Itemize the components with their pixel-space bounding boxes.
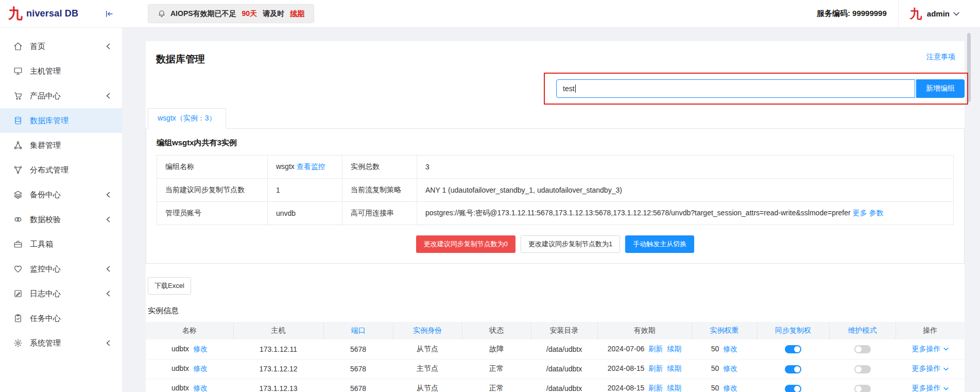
sync-replication-toggle[interactable]: [785, 345, 801, 353]
port-cell: 5678: [323, 359, 393, 379]
sidebar-item-monitoring-center[interactable]: 监控中心: [0, 257, 122, 281]
layers-icon: [13, 190, 23, 199]
edit-weight-link[interactable]: 修改: [723, 384, 737, 392]
sidebar-item-system-management[interactable]: 系统管理: [0, 331, 122, 355]
sidebar-item-home[interactable]: 首页: [0, 34, 122, 59]
info-value-group-name: wsgtx 查看监控: [268, 156, 342, 179]
user-menu-chevron-down-icon[interactable]: [953, 12, 959, 16]
renew-link[interactable]: 续期: [667, 364, 681, 372]
main-content: 数据库管理 注意事项 test 新增编组 wsgtx（实例：3） 编组wsgtx…: [122, 28, 980, 392]
set-sync-nodes-zero-button[interactable]: 更改建议同步复制节点数为0: [416, 235, 515, 253]
view-monitor-link[interactable]: 查看监控: [297, 162, 325, 171]
header-maintenance-mode[interactable]: 维护模式: [829, 322, 896, 339]
sidebar-item-task-center[interactable]: 任务中心: [0, 306, 122, 331]
chevron-down-icon: [943, 387, 949, 390]
name-cell: udbtx修改: [146, 359, 233, 379]
sync-replication-toggle[interactable]: [785, 365, 801, 373]
chevron-left-icon: [104, 266, 113, 272]
more-operations-dropdown[interactable]: 更多操作: [912, 384, 949, 392]
sidebar-item-database-management[interactable]: 数据库管理: [0, 108, 122, 133]
weight-value: 50: [711, 364, 719, 372]
port-cell: 5678: [323, 379, 393, 392]
sync-replication-toggle[interactable]: [785, 385, 801, 392]
info-value-ha-connection: postgres://账号:密码@173.1.12.11:5678,173.1.…: [417, 202, 954, 225]
sidebar-item-backup-center[interactable]: 备份中心: [0, 182, 122, 207]
renew-link[interactable]: 续期: [667, 345, 681, 353]
distributed-icon: [13, 165, 23, 175]
sidebar-item-log-center[interactable]: 日志中心: [0, 281, 122, 306]
role-cell: 主节点: [393, 359, 462, 379]
maintenance-mode-toggle[interactable]: [854, 385, 871, 392]
sidebar-item-label: 数据库管理: [30, 116, 68, 126]
sidebar-item-label: 产品中心: [30, 91, 61, 101]
group-detail-panel: 编组wsgtx内共有3实例 编组名称 wsgtx 查看监控 实例总数 3 当前建…: [146, 128, 965, 264]
header-role[interactable]: 实例身份: [393, 322, 462, 339]
group-name-input[interactable]: test: [556, 79, 915, 98]
refresh-link[interactable]: 刷新: [648, 345, 663, 353]
refresh-link[interactable]: 刷新: [648, 384, 663, 392]
notice-link[interactable]: 注意事项: [926, 53, 955, 62]
manual-failover-button[interactable]: 手动触发主从切换: [625, 235, 694, 253]
topbar-divider: [898, 0, 899, 27]
sidebar-item-host-management[interactable]: 主机管理: [0, 59, 122, 83]
service-code: 服务编码: 99999999: [817, 9, 887, 19]
params-link[interactable]: 参数: [869, 209, 884, 217]
sidebar-item-product-center[interactable]: 产品中心: [0, 83, 122, 108]
info-label-group-name: 编组名称: [157, 156, 268, 179]
info-label-sync-nodes: 当前建议同步复制节点数: [157, 179, 268, 202]
header-weight[interactable]: 实例权重: [692, 322, 757, 339]
chevron-left-icon: [104, 216, 113, 223]
tab-wsgtx-group[interactable]: wsgtx（实例：3）: [148, 108, 226, 129]
renew-link[interactable]: 续期: [290, 9, 304, 19]
status-cell: 正常: [462, 359, 531, 379]
download-excel-button[interactable]: 下载Excel: [148, 277, 191, 295]
info-value-admin-account: unvdb: [268, 202, 342, 225]
more-operations-dropdown[interactable]: 更多操作: [912, 364, 949, 373]
instance-name: udbtx: [171, 345, 189, 353]
info-row: 管理员账号 unvdb 高可用连接串 postgres://账号:密码@173.…: [157, 202, 954, 225]
sidebar-item-data-validation[interactable]: 数据校验: [0, 207, 122, 232]
more-link[interactable]: 更多: [853, 209, 867, 217]
maintenance-cell: [829, 339, 896, 359]
database-icon: [13, 116, 23, 125]
info-label-replication-policy: 当前流复制策略: [342, 179, 417, 202]
add-group-button[interactable]: 新增编组: [916, 79, 965, 98]
connection-string: postgres://账号:密码@173.1.12.11:5678,173.1.…: [425, 209, 851, 217]
chevron-down-icon: [943, 347, 949, 351]
toolbox-icon: [13, 240, 23, 249]
info-label-instance-count: 实例总数: [342, 156, 417, 179]
edit-name-link[interactable]: 修改: [193, 364, 208, 372]
host-cell: 173.1.12.12: [233, 359, 323, 379]
vertical-scrollbar-thumb[interactable]: [967, 33, 971, 102]
instance-name: udbtx: [171, 364, 189, 372]
set-sync-nodes-one-button[interactable]: 更改建议同步复制节点数为1: [521, 235, 620, 253]
info-row: 编组名称 wsgtx 查看监控 实例总数 3: [157, 156, 954, 179]
more-operations-label: 更多操作: [912, 345, 941, 354]
sidebar-item-distributed-management[interactable]: 分布式管理: [0, 158, 122, 182]
header-port[interactable]: 端口: [323, 322, 393, 339]
sidebar-item-cluster-management[interactable]: 集群管理: [0, 133, 122, 158]
install-dir-cell: /data/udbtx: [531, 379, 597, 392]
install-dir-cell: /data/udbtx: [531, 359, 597, 379]
refresh-link[interactable]: 刷新: [648, 364, 663, 372]
more-operations-dropdown[interactable]: 更多操作: [912, 345, 949, 354]
instance-table-header-row: 名称 主机 端口 实例身份 状态 安装目录 有效期 实例权重 同步复制权 维护模…: [146, 322, 965, 339]
sidebar-item-label: 工具箱: [30, 240, 53, 249]
header-sync-replication[interactable]: 同步复制权: [757, 322, 829, 339]
sidebar-item-label: 日志中心: [30, 289, 61, 299]
edit-weight-link[interactable]: 修改: [723, 345, 737, 353]
info-label-ha-connection: 高可用连接串: [342, 202, 417, 225]
edit-name-link[interactable]: 修改: [193, 345, 208, 353]
sidebar-item-toolbox[interactable]: 工具箱: [0, 232, 122, 257]
sync-replication-cell: [757, 339, 829, 359]
sidebar-collapse-icon[interactable]: [105, 9, 114, 19]
edit-weight-link[interactable]: 修改: [723, 364, 737, 372]
chevron-down-icon: [943, 367, 949, 371]
maintenance-mode-toggle[interactable]: [854, 345, 871, 353]
edit-name-link[interactable]: 修改: [193, 384, 208, 392]
maintenance-mode-toggle[interactable]: [854, 365, 871, 373]
renew-link[interactable]: 续期: [667, 384, 681, 392]
sidebar-item-label: 系统管理: [30, 338, 61, 348]
maintenance-cell: [829, 359, 896, 379]
alert-days-remaining: 90天: [242, 9, 257, 19]
